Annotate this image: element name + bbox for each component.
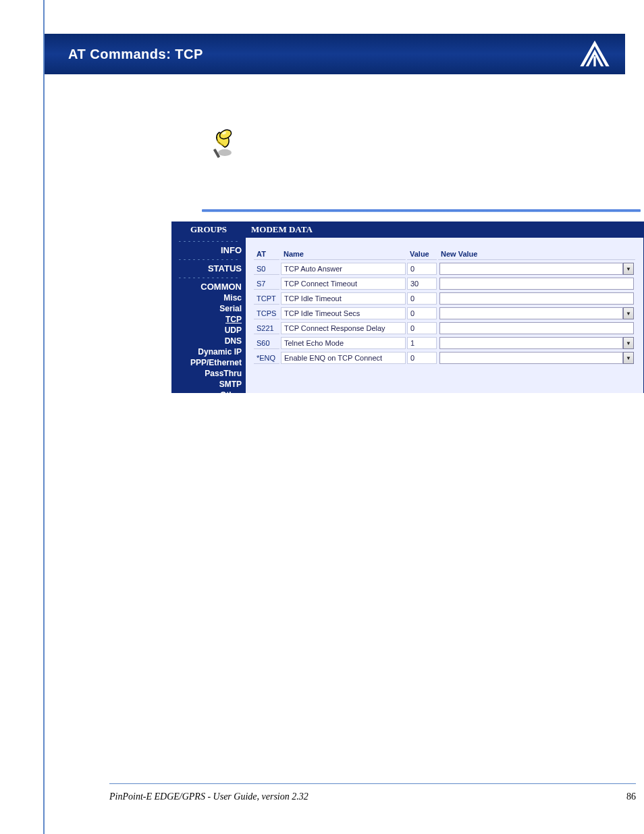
cell-newvalue <box>438 322 635 334</box>
sidebar-item-dns[interactable]: DNS <box>171 336 246 346</box>
col-name: Name <box>281 249 406 260</box>
table-row: S7TCP Connect Timeout30 <box>254 278 635 290</box>
cell-at: *ENQ <box>254 352 279 364</box>
cell-at: S7 <box>254 278 279 290</box>
table-row: TCPTTCP Idle Timeout0 <box>254 292 635 305</box>
page-header: AT Commands: TCP <box>45 34 625 74</box>
cell-name: TCP Idle Timeout <box>281 292 406 305</box>
col-newvalue: New Value <box>438 249 635 260</box>
groups-sidebar: GROUPS -------------INFO-------------STA… <box>171 221 246 393</box>
footer-divider <box>109 783 636 784</box>
cell-at: S221 <box>254 322 279 334</box>
col-value: Value <box>407 249 437 260</box>
sidebar-item-passthru[interactable]: PassThru <box>171 368 246 379</box>
newvalue-input[interactable] <box>439 337 623 349</box>
table-row: *ENQEnable ENQ on TCP Connect0▼ <box>254 352 635 364</box>
cell-name: TCP Idle Timeout Secs <box>281 307 406 319</box>
cell-newvalue: ▼ <box>438 263 635 275</box>
newvalue-input[interactable] <box>439 278 634 290</box>
newvalue-input[interactable] <box>439 307 623 319</box>
newvalue-input[interactable] <box>439 263 623 275</box>
cell-at: TCPT <box>254 292 279 305</box>
table-row: S0TCP Auto Answer0▼ <box>254 263 635 275</box>
groups-header: GROUPS <box>171 221 246 238</box>
sidebar-item-info[interactable]: INFO <box>171 244 246 256</box>
cell-value: 0 <box>407 263 437 275</box>
sidebar-item-udp[interactable]: UDP <box>171 325 246 336</box>
group-separator: ------------- <box>171 256 246 263</box>
cell-name: Telnet Echo Mode <box>281 337 406 349</box>
cell-at: TCPS <box>254 307 279 319</box>
cell-newvalue <box>438 292 635 305</box>
newvalue-input[interactable] <box>439 322 634 334</box>
cell-value: 0 <box>407 352 437 364</box>
modem-table: AT Name Value New Value S0TCP Auto Answe… <box>252 246 637 367</box>
pushpin-icon <box>210 128 237 161</box>
page-footer: PinPoint-E EDGE/GPRS - User Guide, versi… <box>109 791 636 802</box>
group-separator: ------------- <box>171 238 246 244</box>
svg-point-1 <box>218 149 232 156</box>
cell-at: S0 <box>254 263 279 275</box>
modem-header: MODEM DATA <box>246 221 643 238</box>
table-row: S60Telnet Echo Mode1▼ <box>254 337 635 349</box>
dropdown-button[interactable]: ▼ <box>623 263 634 275</box>
cell-value: 1 <box>407 337 437 349</box>
sidebar-item-status[interactable]: STATUS <box>171 263 246 274</box>
sidebar-item-misc[interactable]: Misc <box>171 292 246 303</box>
cell-name: Enable ENQ on TCP Connect <box>281 352 406 364</box>
newvalue-input[interactable] <box>439 292 634 305</box>
table-row: S221TCP Connect Response Delay0 <box>254 322 635 334</box>
cell-value: 0 <box>407 322 437 334</box>
footer-page-number: 86 <box>626 791 636 802</box>
dropdown-button[interactable]: ▼ <box>623 337 634 349</box>
cell-name: TCP Auto Answer <box>281 263 406 275</box>
sidebar-item-dynamic-ip[interactable]: Dynamic IP <box>171 346 246 357</box>
group-separator: ------------- <box>171 274 246 281</box>
cell-newvalue: ▼ <box>438 337 635 349</box>
dropdown-button[interactable]: ▼ <box>623 307 634 319</box>
cell-newvalue: ▼ <box>438 307 635 319</box>
cell-value: 0 <box>407 292 437 305</box>
sidebar-item-tcp[interactable]: TCP <box>171 314 246 325</box>
modem-panel: MODEM DATA AT Name Value New Value S0TCP… <box>246 221 643 393</box>
sidebar-item-smtp[interactable]: SMTP <box>171 379 246 390</box>
dropdown-button[interactable]: ▼ <box>623 352 634 364</box>
page-title: AT Commands: TCP <box>68 47 203 62</box>
sidebar-item-common[interactable]: COMMON <box>171 281 246 292</box>
cell-at: S60 <box>254 337 279 349</box>
col-at: AT <box>254 249 279 260</box>
cell-value: 0 <box>407 307 437 319</box>
section-divider <box>202 209 641 212</box>
cell-newvalue: ▼ <box>438 352 635 364</box>
brand-logo-icon <box>578 39 612 69</box>
sidebar-item-other[interactable]: Other <box>171 390 246 400</box>
sidebar-item-serial[interactable]: Serial <box>171 303 246 314</box>
cell-value: 30 <box>407 278 437 290</box>
footer-doc-title: PinPoint-E EDGE/GPRS - User Guide, versi… <box>109 791 308 802</box>
cell-name: TCP Connect Timeout <box>281 278 406 290</box>
svg-rect-0 <box>593 56 595 66</box>
cell-name: TCP Connect Response Delay <box>281 322 406 334</box>
sidebar-item-ppp-ethernet[interactable]: PPP/Ethernet <box>171 357 246 368</box>
table-row: TCPSTCP Idle Timeout Secs0▼ <box>254 307 635 319</box>
newvalue-input[interactable] <box>439 352 623 364</box>
config-screenshot: GROUPS -------------INFO-------------STA… <box>171 221 644 393</box>
cell-newvalue <box>438 278 635 290</box>
